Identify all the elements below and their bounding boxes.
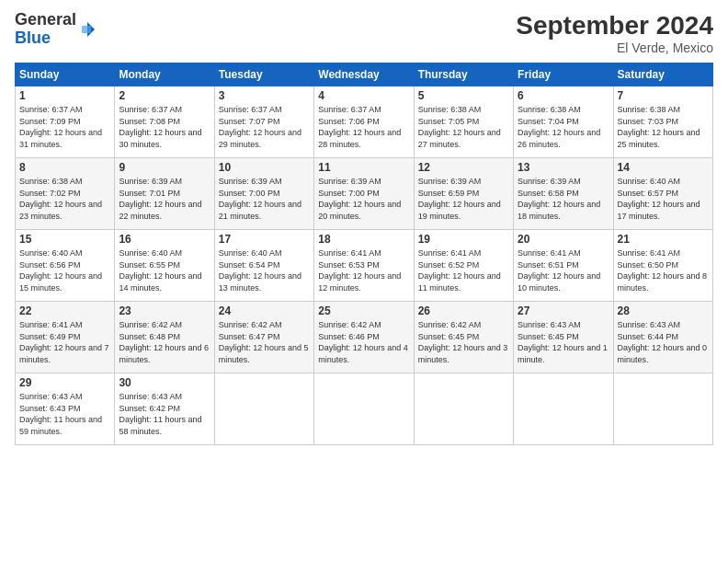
- day-number: 14: [618, 161, 709, 174]
- table-row: 27Sunrise: 6:43 AMSunset: 6:45 PMDayligh…: [514, 302, 613, 373]
- day-number: 12: [418, 161, 509, 174]
- day-detail: Sunrise: 6:38 AMSunset: 7:05 PMDaylight:…: [418, 104, 509, 150]
- day-number: 10: [219, 161, 310, 174]
- day-detail: Sunrise: 6:39 AMSunset: 7:00 PMDaylight:…: [219, 176, 310, 222]
- table-row: 15Sunrise: 6:40 AMSunset: 6:56 PMDayligh…: [16, 230, 115, 302]
- table-row: 10Sunrise: 6:39 AMSunset: 7:00 PMDayligh…: [214, 158, 313, 230]
- header-monday: Monday: [115, 63, 214, 86]
- table-row: [613, 373, 712, 445]
- day-detail: Sunrise: 6:40 AMSunset: 6:54 PMDaylight:…: [219, 247, 310, 293]
- day-number: 22: [19, 304, 110, 317]
- table-row: [514, 373, 613, 445]
- day-number: 2: [119, 89, 210, 102]
- day-number: 24: [219, 304, 310, 317]
- table-row: 19Sunrise: 6:41 AMSunset: 6:52 PMDayligh…: [414, 230, 513, 302]
- header-sunday: Sunday: [16, 63, 115, 86]
- table-row: 28Sunrise: 6:43 AMSunset: 6:44 PMDayligh…: [613, 302, 712, 373]
- calendar-week-row: 1Sunrise: 6:37 AMSunset: 7:09 PMDaylight…: [16, 86, 713, 158]
- day-number: 23: [119, 304, 210, 317]
- day-number: 4: [318, 89, 409, 102]
- logo-general: General: [15, 10, 76, 29]
- logo: General Blue: [15, 11, 97, 48]
- day-number: 6: [518, 89, 609, 102]
- header-saturday: Saturday: [613, 63, 712, 86]
- table-row: 6Sunrise: 6:38 AMSunset: 7:04 PMDaylight…: [514, 86, 613, 158]
- title-section: September 2024 El Verde, Mexico: [516, 11, 713, 55]
- day-detail: Sunrise: 6:42 AMSunset: 6:45 PMDaylight:…: [418, 319, 509, 365]
- day-detail: Sunrise: 6:41 AMSunset: 6:50 PMDaylight:…: [618, 247, 709, 293]
- weekday-header-row: Sunday Monday Tuesday Wednesday Thursday…: [16, 63, 713, 86]
- day-detail: Sunrise: 6:38 AMSunset: 7:03 PMDaylight:…: [618, 104, 709, 150]
- calendar-week-row: 29Sunrise: 6:43 AMSunset: 6:43 PMDayligh…: [16, 373, 713, 445]
- day-detail: Sunrise: 6:43 AMSunset: 6:42 PMDaylight:…: [119, 391, 210, 437]
- logo-text: General Blue: [15, 11, 76, 48]
- calendar-week-row: 8Sunrise: 6:38 AMSunset: 7:02 PMDaylight…: [16, 158, 713, 230]
- day-detail: Sunrise: 6:37 AMSunset: 7:09 PMDaylight:…: [19, 104, 110, 150]
- day-detail: Sunrise: 6:41 AMSunset: 6:51 PMDaylight:…: [518, 247, 609, 293]
- day-detail: Sunrise: 6:40 AMSunset: 6:56 PMDaylight:…: [19, 247, 110, 293]
- table-row: 5Sunrise: 6:38 AMSunset: 7:05 PMDaylight…: [414, 86, 513, 158]
- table-row: 22Sunrise: 6:41 AMSunset: 6:49 PMDayligh…: [16, 302, 115, 373]
- day-number: 18: [318, 233, 409, 246]
- day-detail: Sunrise: 6:40 AMSunset: 6:57 PMDaylight:…: [618, 176, 709, 222]
- table-row: 16Sunrise: 6:40 AMSunset: 6:55 PMDayligh…: [115, 230, 214, 302]
- table-row: [214, 373, 313, 445]
- day-number: 21: [618, 233, 709, 246]
- day-detail: Sunrise: 6:40 AMSunset: 6:55 PMDaylight:…: [119, 247, 210, 293]
- table-row: 3Sunrise: 6:37 AMSunset: 7:07 PMDaylight…: [214, 86, 313, 158]
- day-detail: Sunrise: 6:38 AMSunset: 7:02 PMDaylight:…: [19, 176, 110, 222]
- day-number: 16: [119, 233, 210, 246]
- table-row: 1Sunrise: 6:37 AMSunset: 7:09 PMDaylight…: [16, 86, 115, 158]
- day-number: 17: [219, 233, 310, 246]
- day-number: 20: [518, 233, 609, 246]
- location: El Verde, Mexico: [516, 40, 713, 55]
- calendar-table: Sunday Monday Tuesday Wednesday Thursday…: [15, 63, 713, 445]
- day-detail: Sunrise: 6:42 AMSunset: 6:48 PMDaylight:…: [119, 319, 210, 365]
- day-number: 8: [19, 161, 110, 174]
- header-tuesday: Tuesday: [214, 63, 313, 86]
- logo-icon: [78, 20, 97, 39]
- table-row: 4Sunrise: 6:37 AMSunset: 7:06 PMDaylight…: [314, 86, 414, 158]
- day-detail: Sunrise: 6:37 AMSunset: 7:08 PMDaylight:…: [119, 104, 210, 150]
- table-row: 2Sunrise: 6:37 AMSunset: 7:08 PMDaylight…: [115, 86, 214, 158]
- day-detail: Sunrise: 6:41 AMSunset: 6:49 PMDaylight:…: [19, 319, 110, 365]
- day-detail: Sunrise: 6:39 AMSunset: 6:59 PMDaylight:…: [418, 176, 509, 222]
- table-row: 8Sunrise: 6:38 AMSunset: 7:02 PMDaylight…: [16, 158, 115, 230]
- table-row: 30Sunrise: 6:43 AMSunset: 6:42 PMDayligh…: [115, 373, 214, 445]
- calendar-page: General Blue September 2024 El Verde, Me…: [0, 0, 728, 563]
- day-detail: Sunrise: 6:41 AMSunset: 6:52 PMDaylight:…: [418, 247, 509, 293]
- table-row: 12Sunrise: 6:39 AMSunset: 6:59 PMDayligh…: [414, 158, 513, 230]
- day-number: 13: [518, 161, 609, 174]
- table-row: 29Sunrise: 6:43 AMSunset: 6:43 PMDayligh…: [16, 373, 115, 445]
- table-row: 26Sunrise: 6:42 AMSunset: 6:45 PMDayligh…: [414, 302, 513, 373]
- day-number: 5: [418, 89, 509, 102]
- table-row: 18Sunrise: 6:41 AMSunset: 6:53 PMDayligh…: [314, 230, 414, 302]
- table-row: 23Sunrise: 6:42 AMSunset: 6:48 PMDayligh…: [115, 302, 214, 373]
- header-friday: Friday: [514, 63, 613, 86]
- day-number: 7: [618, 89, 709, 102]
- table-row: 14Sunrise: 6:40 AMSunset: 6:57 PMDayligh…: [613, 158, 712, 230]
- day-detail: Sunrise: 6:42 AMSunset: 6:46 PMDaylight:…: [318, 319, 409, 365]
- day-number: 19: [418, 233, 509, 246]
- header-wednesday: Wednesday: [314, 63, 414, 86]
- table-row: 9Sunrise: 6:39 AMSunset: 7:01 PMDaylight…: [115, 158, 214, 230]
- table-row: 7Sunrise: 6:38 AMSunset: 7:03 PMDaylight…: [613, 86, 712, 158]
- day-number: 25: [318, 304, 409, 317]
- table-row: [414, 373, 513, 445]
- day-detail: Sunrise: 6:39 AMSunset: 7:00 PMDaylight:…: [318, 176, 409, 222]
- table-row: 11Sunrise: 6:39 AMSunset: 7:00 PMDayligh…: [314, 158, 414, 230]
- table-row: 25Sunrise: 6:42 AMSunset: 6:46 PMDayligh…: [314, 302, 414, 373]
- day-number: 15: [19, 233, 110, 246]
- day-number: 27: [518, 304, 609, 317]
- day-number: 28: [618, 304, 709, 317]
- table-row: [314, 373, 414, 445]
- calendar-week-row: 22Sunrise: 6:41 AMSunset: 6:49 PMDayligh…: [16, 302, 713, 373]
- day-detail: Sunrise: 6:43 AMSunset: 6:44 PMDaylight:…: [618, 319, 709, 365]
- day-detail: Sunrise: 6:41 AMSunset: 6:53 PMDaylight:…: [318, 247, 409, 293]
- logo-blue: Blue: [15, 29, 51, 47]
- day-detail: Sunrise: 6:39 AMSunset: 7:01 PMDaylight:…: [119, 176, 210, 222]
- table-row: 17Sunrise: 6:40 AMSunset: 6:54 PMDayligh…: [214, 230, 313, 302]
- day-detail: Sunrise: 6:43 AMSunset: 6:43 PMDaylight:…: [19, 391, 110, 437]
- table-row: 20Sunrise: 6:41 AMSunset: 6:51 PMDayligh…: [514, 230, 613, 302]
- calendar-week-row: 15Sunrise: 6:40 AMSunset: 6:56 PMDayligh…: [16, 230, 713, 302]
